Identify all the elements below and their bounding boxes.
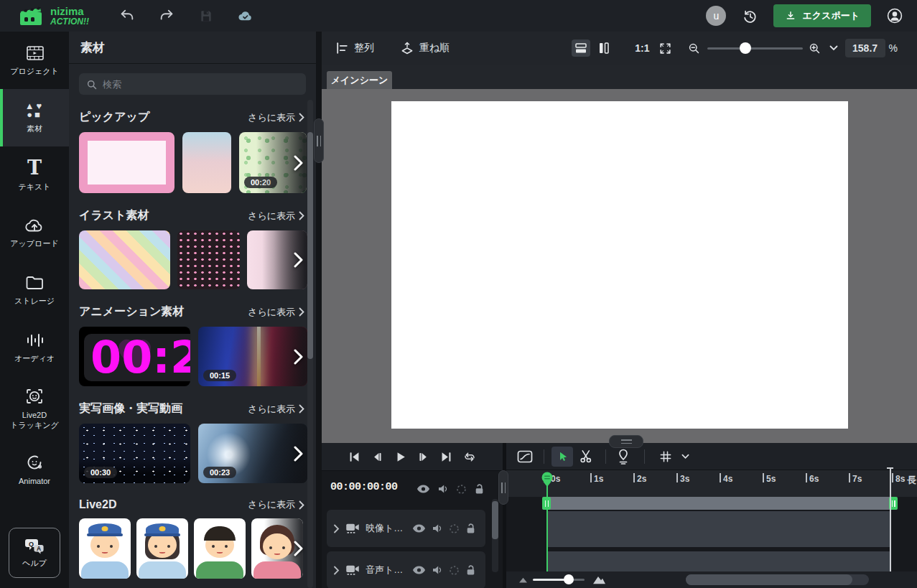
audio-mute-icon[interactable] xyxy=(437,483,449,495)
show-more-live2d[interactable]: さらに表示 xyxy=(248,498,304,511)
lock-open-icon[interactable] xyxy=(465,523,476,534)
zoom-preset-dropdown[interactable] xyxy=(829,45,838,51)
app-logo[interactable]: nizima ACTION!! xyxy=(19,5,89,27)
scroll-right-button[interactable] xyxy=(294,252,303,268)
loop-button[interactable] xyxy=(462,450,477,464)
solo-circle-icon[interactable] xyxy=(449,523,460,534)
redo-button[interactable] xyxy=(159,8,174,24)
sidebar-item-audio[interactable]: オーディオ xyxy=(0,319,69,376)
visibility-icon[interactable] xyxy=(412,523,426,533)
keyframe-pin-button[interactable] xyxy=(615,448,631,465)
thumbnail-man-green[interactable] xyxy=(194,518,246,579)
track-row-video[interactable]: 映像ト… xyxy=(327,510,485,547)
materials-scrollbar-thumb[interactable] xyxy=(307,132,313,359)
save-button[interactable] xyxy=(198,8,214,24)
sidebar-item-project[interactable]: プロジェクト xyxy=(0,32,69,89)
timeline-zoom-out-icon[interactable] xyxy=(518,577,528,583)
previous-frame-button[interactable] xyxy=(371,450,384,464)
scene-tab-main[interactable]: メインシーン xyxy=(327,71,392,89)
visibility-icon[interactable] xyxy=(412,565,426,575)
audio-mute-icon[interactable] xyxy=(432,564,443,576)
zoom-in-button[interactable] xyxy=(809,42,821,55)
canvas-zoom-slider[interactable] xyxy=(707,47,803,50)
thumbnail-pink-flower-frame[interactable] xyxy=(79,132,174,193)
show-more-animation[interactable]: さらに表示 xyxy=(248,306,304,319)
zoom-out-button[interactable] xyxy=(688,42,700,55)
timeline-resize-handle[interactable] xyxy=(609,435,643,448)
stack-order-button[interactable]: 重ね順 xyxy=(400,41,450,55)
track-row-audio[interactable]: 音声ト… xyxy=(327,551,485,588)
scroll-right-button[interactable] xyxy=(294,541,303,556)
solo-circle-icon[interactable] xyxy=(449,565,460,576)
select-tool-button[interactable] xyxy=(551,447,573,467)
grid-options-dropdown[interactable] xyxy=(681,454,689,459)
ratio-1-1-button[interactable]: 1:1 xyxy=(635,42,649,54)
easing-curve-button[interactable] xyxy=(516,448,534,465)
track-list-scrollbar[interactable] xyxy=(492,499,498,572)
user-avatar[interactable]: u xyxy=(706,6,726,26)
timeline-scrollbar[interactable] xyxy=(686,574,869,585)
playhead-pin[interactable] xyxy=(541,472,554,490)
thumbnail-lightning[interactable]: 00:23 xyxy=(198,424,307,483)
sidebar-item-animator[interactable]: Animator xyxy=(0,441,69,498)
layout-rows-button[interactable] xyxy=(572,39,590,57)
scroll-right-button[interactable] xyxy=(294,446,303,462)
materials-scrollbar[interactable] xyxy=(307,100,313,588)
history-button[interactable] xyxy=(742,8,758,24)
canvas-workspace[interactable] xyxy=(322,89,917,443)
skip-to-start-button[interactable] xyxy=(348,450,361,464)
scene-end-marker[interactable] xyxy=(890,468,891,571)
thumbnail-fireworks[interactable]: 00:15 xyxy=(198,327,307,386)
canvas-zoom-knob[interactable] xyxy=(740,42,751,54)
fit-screen-button[interactable] xyxy=(658,42,672,55)
show-more-pickup[interactable]: さらに表示 xyxy=(248,111,304,124)
scroll-right-button[interactable] xyxy=(294,155,303,171)
video-lane-region[interactable] xyxy=(547,511,890,547)
audio-mute-icon[interactable] xyxy=(432,523,443,534)
sidebar-item-help[interactable]: QA ヘルプ xyxy=(9,528,60,578)
profile-button[interactable] xyxy=(887,8,903,24)
play-button[interactable] xyxy=(394,450,407,464)
next-frame-button[interactable] xyxy=(416,450,430,464)
lock-open-icon[interactable] xyxy=(474,483,485,495)
show-more-illustration[interactable]: さらに表示 xyxy=(248,210,304,223)
skip-to-end-button[interactable] xyxy=(439,450,453,464)
timeline-zoom-in-icon[interactable] xyxy=(592,575,606,584)
thumbnail-policeman[interactable] xyxy=(79,518,131,579)
thumbnail-sakura[interactable] xyxy=(182,132,231,193)
search-input[interactable] xyxy=(103,79,299,90)
sidebar-item-storage[interactable]: ストレージ xyxy=(0,261,69,319)
show-more-photo[interactable]: さらに表示 xyxy=(248,403,304,416)
sidebar-item-live2d-tracking[interactable]: Live2Dトラッキング xyxy=(0,376,69,441)
zoom-value-input[interactable]: 158.7 xyxy=(845,39,885,57)
audio-lane-region[interactable] xyxy=(547,551,890,571)
solo-circle-icon[interactable] xyxy=(456,484,467,495)
scroll-right-button[interactable] xyxy=(294,349,303,365)
export-button[interactable]: エクスポート xyxy=(773,4,871,27)
undo-button[interactable] xyxy=(119,8,135,24)
sidebar-item-materials[interactable]: ▲♥●■ 素材 xyxy=(0,89,69,146)
thumbnail-heart-pattern[interactable] xyxy=(177,230,240,289)
timeline-zoom-slider[interactable] xyxy=(533,579,585,581)
align-button[interactable]: 整列 xyxy=(335,42,374,55)
visibility-icon[interactable] xyxy=(416,484,430,494)
scene-canvas[interactable] xyxy=(391,101,848,429)
layout-columns-button[interactable] xyxy=(595,39,613,57)
lock-open-icon[interactable] xyxy=(465,564,476,576)
cut-tool-button[interactable] xyxy=(578,448,595,465)
timeline-lanes[interactable] xyxy=(506,510,917,571)
grid-snap-button[interactable] xyxy=(658,449,673,464)
thumbnail-magenta-heart[interactable]: ♥ 00:20 xyxy=(79,327,190,386)
timeline-ruler[interactable]: 0s 1s 2s 3s 4s 5s 6s 7s 8s 長 xyxy=(506,470,917,497)
thumbnail-policewoman[interactable] xyxy=(136,518,188,579)
timeline-zoom-knob[interactable] xyxy=(564,574,574,584)
timeline-scrollbar-thumb[interactable] xyxy=(686,574,852,585)
panel-resize-handle[interactable] xyxy=(314,118,324,163)
sidebar-item-text[interactable]: T テキスト xyxy=(0,146,69,204)
thumbnail-starry-sky[interactable]: 00:30 xyxy=(79,424,190,483)
sidebar-item-upload[interactable]: アップロード xyxy=(0,204,69,261)
cloud-sync-icon[interactable] xyxy=(238,8,253,24)
work-area-bar[interactable] xyxy=(542,497,898,510)
track-list-scrollbar-thumb[interactable] xyxy=(492,501,498,539)
thumbnail-pastel-stripes[interactable] xyxy=(79,230,170,289)
